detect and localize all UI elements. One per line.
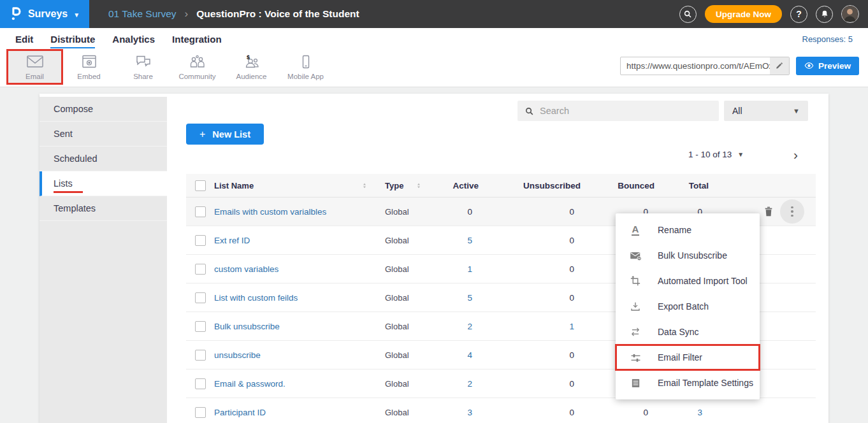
search-icon <box>683 10 692 18</box>
channel-audience[interactable]: $ Audience <box>224 50 278 84</box>
email-icon <box>25 54 45 69</box>
sort-icon[interactable] <box>361 182 368 190</box>
unsubscribed-count: 0 <box>479 350 581 360</box>
chevron-down-icon: ▼ <box>73 11 80 18</box>
row-checkbox[interactable] <box>195 321 206 332</box>
search-icon <box>524 106 534 116</box>
delete-list-icon[interactable] <box>763 206 774 217</box>
list-name-link[interactable]: Participant ID <box>214 408 266 417</box>
search-button[interactable] <box>679 6 697 23</box>
breadcrumb: 01 Take Survey › QuestionPro : Voice of … <box>108 8 359 20</box>
sidebar-item-sent[interactable]: Sent <box>40 122 167 147</box>
channel-embed[interactable]: Embed <box>62 50 116 84</box>
active-count: 0 <box>434 207 479 217</box>
channel-share[interactable]: Share <box>116 50 170 84</box>
tab-integration[interactable]: Integration <box>172 34 222 48</box>
url-preview-group: https://www.questionpro.com/t/AEmOxZ Pre… <box>620 45 868 87</box>
column-unsubscribed: Unsubscribed <box>479 181 581 190</box>
menu-item-automated-import-tool[interactable]: Automated Import Tool <box>616 268 760 294</box>
sidebar-item-compose[interactable]: Compose <box>40 97 167 122</box>
row-checkbox[interactable] <box>195 264 206 275</box>
sidebar-item-scheduled[interactable]: Scheduled <box>40 147 167 171</box>
next-page-button[interactable]: › <box>793 148 798 161</box>
column-bounced: Bounced <box>581 181 655 190</box>
email-template-settings-icon <box>629 378 642 389</box>
channel-label: Share <box>133 73 153 80</box>
menu-item-data-sync[interactable]: Data Sync <box>616 319 760 345</box>
active-count[interactable]: 5 <box>434 236 479 245</box>
channel-email[interactable]: Email <box>8 50 62 84</box>
active-count[interactable]: 5 <box>434 293 479 303</box>
list-filter-dropdown[interactable]: All ▼ <box>724 101 808 121</box>
row-checkbox[interactable] <box>195 292 206 303</box>
eye-icon <box>804 62 814 69</box>
email-filter-icon <box>629 352 642 363</box>
tab-analytics[interactable]: Analytics <box>112 34 155 48</box>
survey-url-value: https://www.questionpro.com/t/AEmOxZ <box>626 61 770 71</box>
help-icon: ? <box>796 9 802 19</box>
active-count[interactable]: 4 <box>434 350 479 360</box>
menu-item-bulk-unsubscribe[interactable]: Bulk Unsubscribe <box>616 243 760 268</box>
unsubscribed-count: 0 <box>479 379 581 389</box>
menu-item-email-filter[interactable]: Email Filter <box>616 345 760 370</box>
pagination-range-dropdown[interactable]: 1 - 10 of 13 ▼ <box>688 150 744 159</box>
list-name-link[interactable]: Emails with custom varialbles <box>214 207 326 217</box>
list-name-link[interactable]: List with custom feilds <box>214 293 298 303</box>
unsubscribed-count: 0 <box>479 264 581 274</box>
row-checkbox[interactable] <box>195 235 206 246</box>
channel-mobile-app[interactable]: Mobile App <box>278 50 333 84</box>
menu-item-email-template-settings[interactable]: Email Template Settings <box>616 370 760 396</box>
topbar: Surveys ▼ 01 Take Survey › QuestionPro :… <box>0 0 868 28</box>
list-name-link[interactable]: Ext ref ID <box>214 236 250 245</box>
automated-import-icon <box>629 275 642 287</box>
table-row[interactable]: Participant IDGlobal3003 <box>186 398 816 423</box>
notifications-button[interactable] <box>816 6 833 23</box>
row-menu-button[interactable] <box>780 199 804 224</box>
page-title: QuestionPro : Voice of the Student <box>196 8 359 20</box>
pagination: 1 - 10 of 13 ▼ › <box>688 148 798 161</box>
tab-edit[interactable]: Edit <box>15 34 33 48</box>
row-checkbox[interactable] <box>195 206 206 217</box>
menu-item-rename[interactable]: ARename <box>616 217 760 243</box>
menu-item-export-batch[interactable]: Export Batch <box>616 294 760 319</box>
avatar[interactable] <box>841 5 859 23</box>
column-list-name: List Name <box>214 181 254 190</box>
list-name-link[interactable]: Email & password. <box>214 379 286 389</box>
select-all-checkbox[interactable] <box>195 180 206 191</box>
chevron-right-icon: › <box>185 8 189 20</box>
upgrade-now-button[interactable]: Upgrade Now <box>705 5 782 23</box>
unsubscribed-count[interactable]: 1 <box>479 322 581 331</box>
row-checkbox[interactable] <box>195 350 206 361</box>
list-type-value: Global <box>373 350 434 360</box>
row-checkbox[interactable] <box>195 378 206 389</box>
search-input[interactable]: Search <box>517 101 719 121</box>
new-list-button[interactable]: + New List <box>186 124 264 145</box>
survey-url-field[interactable]: https://www.questionpro.com/t/AEmOxZ <box>620 57 790 75</box>
active-count[interactable]: 2 <box>434 322 479 331</box>
edit-url-button[interactable] <box>770 57 789 75</box>
column-type: Type <box>385 181 403 190</box>
breadcrumb-survey-link[interactable]: 01 Take Survey <box>108 8 177 20</box>
list-type-value: Global <box>373 207 434 217</box>
channel-community[interactable]: Community <box>170 50 224 84</box>
preview-button[interactable]: Preview <box>796 57 859 75</box>
active-count[interactable]: 2 <box>434 379 479 389</box>
surveys-product-menu[interactable]: Surveys ▼ <box>0 0 89 28</box>
row-context-menu: ARenameBulk UnsubscribeAutomated Import … <box>616 213 760 399</box>
sort-icon[interactable] <box>415 182 423 190</box>
active-count[interactable]: 3 <box>434 408 479 417</box>
community-icon <box>189 54 206 69</box>
channel-label: Mobile App <box>287 73 324 80</box>
row-checkbox[interactable] <box>195 407 206 418</box>
list-name-link[interactable]: custom variables <box>214 264 278 274</box>
total-count[interactable]: 3 <box>655 408 709 417</box>
sidebar-item-lists[interactable]: Lists <box>40 171 167 196</box>
data-sync-icon <box>629 327 642 337</box>
tab-distribute[interactable]: Distribute <box>50 34 95 48</box>
help-button[interactable]: ? <box>790 6 807 23</box>
plus-icon: + <box>199 129 205 140</box>
active-count[interactable]: 1 <box>434 264 479 274</box>
sidebar-item-templates[interactable]: Templates <box>40 196 167 221</box>
list-name-link[interactable]: Bulk unsubscribe <box>214 322 280 331</box>
list-name-link[interactable]: unsubscribe <box>214 350 261 360</box>
